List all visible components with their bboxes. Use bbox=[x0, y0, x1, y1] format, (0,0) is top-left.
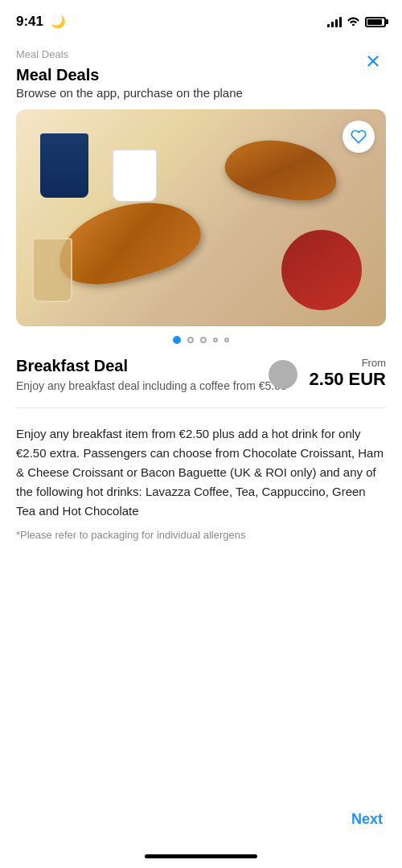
dot-1[interactable] bbox=[173, 336, 181, 344]
status-icons bbox=[327, 15, 386, 28]
drink-cup bbox=[40, 133, 88, 198]
breadcrumb: Meal Deals bbox=[0, 39, 402, 64]
drink-glass bbox=[32, 238, 72, 302]
description-text: Enjoy any breakfast item from €2.50 plus… bbox=[16, 424, 386, 521]
add-button[interactable] bbox=[269, 360, 297, 389]
home-indicator bbox=[145, 854, 257, 858]
description-area: Enjoy any breakfast item from €2.50 plus… bbox=[0, 424, 402, 554]
allergen-note: *Please refer to packaging for individua… bbox=[16, 529, 386, 541]
breadcrumb-label: Meal Deals bbox=[16, 48, 68, 60]
dot-4[interactable] bbox=[213, 338, 218, 342]
moon-icon: 🌙 bbox=[51, 14, 66, 28]
product-price-area: From 2.50 EUR bbox=[306, 357, 386, 390]
signal-icon bbox=[327, 16, 342, 27]
product-row: Breakfast Deal Enjoy any breakfast deal … bbox=[0, 357, 402, 407]
food-background bbox=[16, 109, 386, 326]
time-text: 9:41 bbox=[16, 14, 43, 29]
dot-5[interactable] bbox=[224, 338, 229, 342]
status-time: 9:41 🌙 bbox=[16, 14, 66, 30]
divider bbox=[16, 407, 386, 408]
from-label: From bbox=[306, 357, 386, 369]
coffee-cup bbox=[113, 149, 157, 202]
status-bar: 9:41 🌙 bbox=[0, 0, 402, 39]
berries-bowl bbox=[281, 230, 362, 310]
next-button[interactable]: Next bbox=[351, 811, 383, 828]
hero-image bbox=[16, 109, 386, 326]
page-title: Meal Deals bbox=[16, 66, 386, 84]
carousel-dots bbox=[0, 336, 402, 344]
dot-2[interactable] bbox=[187, 337, 194, 343]
wifi-icon bbox=[347, 15, 360, 28]
close-button[interactable] bbox=[359, 47, 388, 76]
dot-3[interactable] bbox=[200, 337, 207, 343]
battery-icon bbox=[365, 17, 386, 27]
product-price: 2.50 EUR bbox=[310, 369, 386, 389]
page-subtitle: Browse on the app, purchase on the plane bbox=[16, 86, 386, 100]
favorite-button[interactable] bbox=[343, 121, 375, 153]
croissant-top bbox=[221, 132, 342, 207]
page-title-area: Meal Deals Browse on the app, purchase o… bbox=[0, 64, 402, 109]
baguette bbox=[49, 188, 207, 296]
